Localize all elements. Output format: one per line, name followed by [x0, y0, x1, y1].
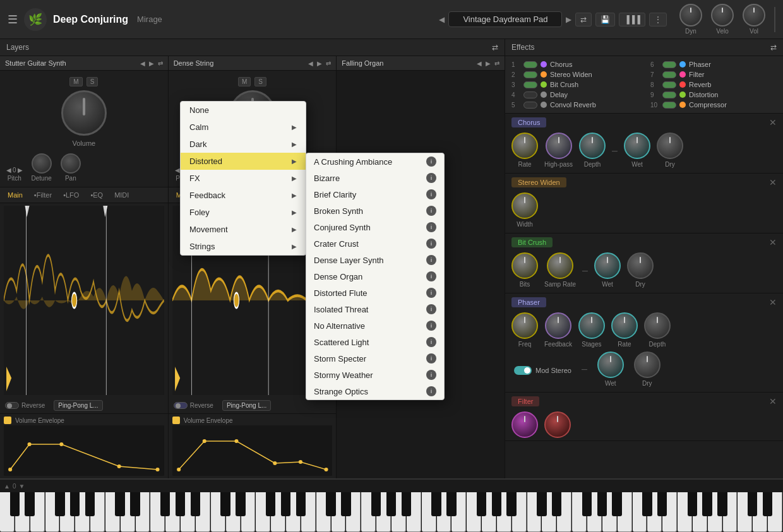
- black-key[interactable]: [446, 492, 457, 516]
- preset-prev-arrow[interactable]: ◀: [439, 15, 445, 24]
- submenu-item-13[interactable]: Stormy Weather i: [306, 367, 444, 383]
- black-key[interactable]: [55, 492, 65, 516]
- submenu-info-14[interactable]: i: [426, 386, 436, 396]
- layer-2-reverse-dot[interactable]: [174, 402, 188, 409]
- effect-10-toggle[interactable]: [662, 102, 676, 109]
- piano-up-arrow[interactable]: ▲: [4, 483, 10, 490]
- layer-1-volume-knob[interactable]: [61, 90, 107, 136]
- black-key[interactable]: [115, 492, 125, 516]
- black-key[interactable]: [236, 492, 246, 516]
- effect-1-toggle[interactable]: [523, 61, 537, 68]
- menu-item-movement[interactable]: Movement ▶: [181, 221, 306, 238]
- layer-1-env-checkbox[interactable]: [4, 417, 11, 424]
- black-key[interactable]: [552, 492, 562, 516]
- chorus-wet-knob[interactable]: [624, 133, 650, 159]
- piano-down-arrow[interactable]: ▼: [18, 483, 25, 490]
- chorus-rate-knob[interactable]: [511, 133, 538, 159]
- stereo-width-knob[interactable]: [511, 192, 538, 219]
- black-key[interactable]: [266, 492, 276, 516]
- phaser-depth-knob[interactable]: [644, 312, 671, 339]
- effect-4-toggle[interactable]: [523, 92, 537, 98]
- layer-1-tab-midi[interactable]: MIDI: [112, 190, 131, 200]
- chorus-highpass-knob[interactable]: [546, 133, 572, 159]
- submenu-item-11[interactable]: Scattered Light i: [306, 334, 444, 350]
- phaser-freq-knob[interactable]: [511, 312, 538, 339]
- bitcrush-wet-knob[interactable]: [594, 252, 621, 279]
- submenu-info-6[interactable]: i: [426, 255, 436, 265]
- menu-item-distorted[interactable]: Distorted ▶ A Crushing Ambiance i Bizarr…: [181, 153, 306, 170]
- submenu[interactable]: A Crushing Ambiance i Bizarre i Brief Cl…: [306, 153, 445, 400]
- layer-1-s-btn[interactable]: S: [87, 77, 99, 86]
- black-key[interactable]: [642, 492, 652, 516]
- black-key[interactable]: [582, 492, 592, 516]
- layer-1-reverse-dot[interactable]: [5, 402, 19, 409]
- black-key[interactable]: [386, 492, 397, 516]
- layer-1-pitch-right[interactable]: ▶: [18, 167, 23, 174]
- layer-2-m-btn[interactable]: M: [238, 77, 251, 86]
- submenu-info-13[interactable]: i: [426, 370, 436, 380]
- layer-1-tab-filter[interactable]: •Filter: [32, 190, 54, 200]
- submenu-info-4[interactable]: i: [426, 222, 436, 232]
- bitcrush-dry-knob[interactable]: [627, 252, 654, 279]
- black-key[interactable]: [191, 492, 201, 516]
- effect-8-toggle[interactable]: [662, 81, 676, 88]
- submenu-item-14[interactable]: Strange Optics i: [306, 383, 444, 399]
- submenu-info-11[interactable]: i: [426, 337, 436, 347]
- black-key[interactable]: [341, 492, 351, 516]
- layer-1-shuffle[interactable]: ⇄: [158, 60, 163, 67]
- submenu-item-8[interactable]: Distorted Flute i: [306, 285, 444, 301]
- black-key[interactable]: [130, 492, 140, 516]
- black-key[interactable]: [657, 492, 667, 516]
- black-key[interactable]: [25, 492, 35, 516]
- submenu-info-7[interactable]: i: [426, 271, 436, 281]
- menu-item-feedback[interactable]: Feedback ▶: [181, 187, 306, 204]
- black-key[interactable]: [220, 492, 230, 516]
- layer-1-pingpong[interactable]: Ping-Pong L...: [54, 400, 102, 411]
- submenu-info-0[interactable]: i: [426, 157, 436, 167]
- phaser-stages-knob[interactable]: [578, 312, 605, 339]
- phaser-rate-knob[interactable]: [611, 312, 638, 339]
- black-key[interactable]: [506, 492, 517, 516]
- layer-1-tab-eq[interactable]: •EQ: [88, 190, 105, 200]
- submenu-info-10[interactable]: i: [426, 321, 436, 331]
- layer-2-prev[interactable]: ◀: [308, 60, 313, 67]
- preset-name[interactable]: Vintage Daydream Pad: [448, 11, 562, 27]
- submenu-info-1[interactable]: i: [426, 173, 436, 183]
- black-key[interactable]: [371, 492, 381, 516]
- submenu-info-3[interactable]: i: [426, 206, 436, 216]
- filter-knob-1[interactable]: [511, 411, 538, 438]
- black-key[interactable]: [281, 492, 291, 516]
- black-key[interactable]: [402, 492, 412, 516]
- black-key[interactable]: [688, 492, 698, 516]
- black-key[interactable]: [10, 492, 20, 516]
- menu-item-strings[interactable]: Strings ▶: [181, 238, 306, 255]
- black-key[interactable]: [296, 492, 306, 516]
- menu-item-calm[interactable]: Calm ▶: [181, 119, 306, 136]
- black-key[interactable]: [431, 492, 441, 516]
- effect-5-toggle[interactable]: [523, 102, 537, 109]
- black-key[interactable]: [597, 492, 607, 516]
- black-key[interactable]: [176, 492, 186, 516]
- preset-next-arrow[interactable]: ▶: [566, 15, 571, 24]
- black-key[interactable]: [477, 492, 487, 516]
- submenu-item-2[interactable]: Brief Clarity i: [306, 186, 444, 203]
- submenu-item-0[interactable]: A Crushing Ambiance i: [306, 153, 444, 170]
- black-key[interactable]: [748, 492, 758, 516]
- submenu-item-12[interactable]: Storm Specter i: [306, 350, 444, 367]
- submenu-info-8[interactable]: i: [426, 288, 436, 298]
- menu-item-fx[interactable]: FX ▶: [181, 170, 306, 187]
- menu-item-none[interactable]: None: [181, 102, 306, 119]
- submenu-item-7[interactable]: Dense Organ i: [306, 268, 444, 285]
- filter-knob-2[interactable]: [544, 411, 571, 438]
- layer-2-next[interactable]: ▶: [317, 60, 322, 67]
- layer-3-prev[interactable]: ◀: [477, 60, 482, 67]
- effect-2-toggle[interactable]: [523, 71, 537, 78]
- phaser-wet-knob[interactable]: [597, 352, 624, 378]
- black-key[interactable]: [612, 492, 622, 516]
- layer-1-pan-knob[interactable]: [61, 153, 81, 174]
- submenu-info-9[interactable]: i: [426, 304, 436, 314]
- layer-2-pitch-left[interactable]: ◀: [175, 167, 180, 174]
- black-key[interactable]: [160, 492, 170, 516]
- layer-2-shuffle[interactable]: ⇄: [326, 60, 331, 67]
- chorus-depth-knob[interactable]: [579, 133, 606, 159]
